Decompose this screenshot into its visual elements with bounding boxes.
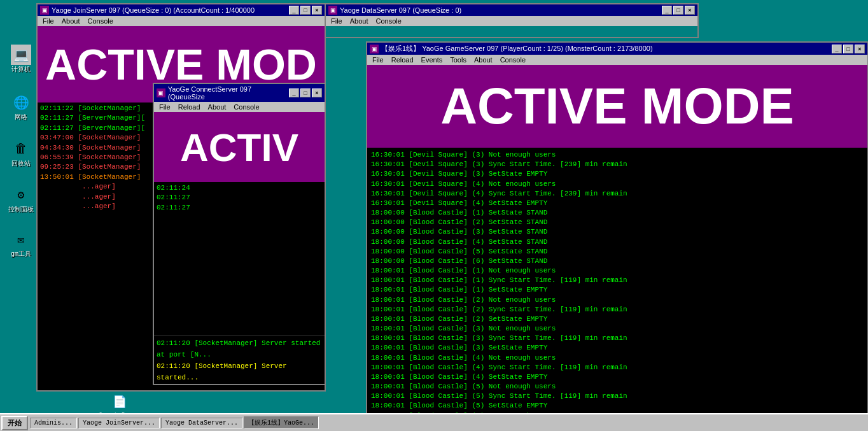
connectserver-controls[interactable]: _ □ ×: [289, 88, 322, 97]
gameserver-controls[interactable]: _ □ ×: [832, 45, 865, 53]
connectserver-minimize[interactable]: _: [289, 88, 299, 97]
log-line: 18:00:01 [Blood Castle] (1) Not enough u…: [371, 266, 864, 276]
log-line: 18:00:01 [Blood Castle] (5) Not enough u…: [371, 382, 864, 392]
log-line: 18:00:01 [Blood Castle] (3) SetState EMP…: [371, 343, 864, 353]
gameserver-log-lines: 16:30:01 [Devil Square] (3) Not enough u…: [371, 150, 864, 431]
log-line: 16:30:01 [Devil Square] (3) Not enough u…: [371, 150, 864, 160]
gameserver-menu-about[interactable]: About: [470, 55, 496, 64]
connectserver-active-banner: ACTIV: [154, 112, 325, 182]
connectserver-title: YaoGe ConnectServer 097 (QueueSize: [168, 85, 289, 101]
taskbar: 开始 Adminis... Yaoge JoinServer... Yaoge …: [0, 413, 868, 431]
log-line: 02:11:24: [157, 183, 322, 193]
gameserver-menu-console[interactable]: Console: [496, 55, 529, 64]
gameserver-maximize[interactable]: □: [843, 45, 853, 53]
taskbar-item-gameserver[interactable]: 【娱乐1线】YaoGe...: [244, 416, 319, 429]
gameserver-titlebar[interactable]: ▣ 【娱乐1线】 YaoGe GameServer 097 (PlayerCou…: [367, 43, 867, 55]
start-button[interactable]: 开始: [1, 416, 28, 430]
connectserver-menu-reload[interactable]: Reload: [174, 102, 204, 111]
gameserver-window: ▣ 【娱乐1线】 YaoGe GameServer 097 (PlayerCou…: [366, 41, 868, 431]
log-line: 18:00:00 [Blood Castle] (6) SetState STA…: [371, 257, 864, 266]
log-line: 18:00:01 [Blood Castle] (1) Sync Start T…: [371, 276, 864, 285]
joinserver-controls[interactable]: _ □ ×: [289, 6, 322, 15]
dataserver-menubar: File About Console: [326, 16, 697, 26]
log-line: 18:00:01 [Blood Castle] (4) Not enough u…: [371, 353, 864, 363]
joinserver-menu-about[interactable]: About: [58, 17, 84, 25]
dataserver-menu-about[interactable]: About: [346, 17, 372, 25]
log-line: 16:30:01 [Devil Square] (3) SetState EMP…: [371, 169, 864, 179]
gameserver-menu-reload[interactable]: Reload: [388, 55, 417, 64]
connectserver-close[interactable]: ×: [312, 88, 322, 97]
log-line: 18:00:00 [Blood Castle] (2) SetState STA…: [371, 218, 864, 227]
taskbar-item-joinserver[interactable]: Yaoge JoinServer...: [78, 418, 160, 428]
log-line: 18:00:01 [Blood Castle] (3) Sync Start T…: [371, 334, 864, 343]
dataserver-close[interactable]: ×: [685, 6, 695, 15]
connectserver-bottom-log: 02:11:20 [SocketManager] Server started …: [157, 339, 320, 358]
dataserver-maximize[interactable]: □: [673, 6, 683, 15]
joinserver-active-text: ACTIVE MOD: [45, 39, 317, 89]
joinserver-titlebar[interactable]: ▣ Yaoge JoinServer 097 (QueueSize : 0) (…: [38, 4, 325, 16]
icon-control-panel[interactable]: ⚙ 控制面板: [3, 185, 39, 214]
log-line: 18:00:01 [Blood Castle] (2) SetState EMP…: [371, 314, 864, 324]
dataserver-titlebar[interactable]: ▣ Yaoge DataServer 097 (QueueSize : 0) _…: [326, 4, 697, 16]
dataserver-window: ▣ Yaoge DataServer 097 (QueueSize : 0) _…: [325, 3, 699, 38]
log-line: 18:00:01 [Blood Castle] (2) Not enough u…: [371, 295, 864, 305]
connectserver-active-text: ACTIV: [180, 125, 298, 170]
joinserver-icon: ▣: [40, 6, 49, 15]
connectserver-menu-about[interactable]: About: [204, 102, 230, 111]
log-line: 16:30:01 [Devil Square] (4) Sync Start T…: [371, 189, 864, 199]
connectserver-icon: ▣: [157, 88, 165, 97]
gameserver-active-text: ACTIVE MODE: [440, 77, 794, 136]
log-line: 18:00:01 [Blood Castle] (2) Sync Start T…: [371, 305, 864, 314]
joinserver-maximize[interactable]: □: [300, 6, 311, 15]
log-line: 16:30:01 [Devil Square] (4) SetState EMP…: [371, 199, 864, 208]
joinserver-close[interactable]: ×: [312, 6, 322, 15]
log-line: 18:00:01 [Blood Castle] (5) SetState EMP…: [371, 401, 864, 411]
dataserver-menu-file[interactable]: File: [327, 17, 346, 25]
gameserver-icon: ▣: [370, 45, 379, 53]
log-line: 18:00:01 [Blood Castle] (3) Not enough u…: [371, 324, 864, 334]
connectserver-log-lines: 02:11:24 02:11:27 02:11:27: [157, 183, 322, 213]
dataserver-minimize[interactable]: _: [662, 6, 672, 15]
joinserver-minimize[interactable]: _: [289, 6, 299, 15]
gameserver-menu-file[interactable]: File: [368, 55, 388, 64]
gameserver-active-banner: ACTIVE MODE: [367, 65, 867, 148]
icon-recycle[interactable]: 🗑 回收站: [3, 139, 39, 168]
connectserver-titlebar[interactable]: ▣ YaoGe ConnectServer 097 (QueueSize _ □…: [154, 84, 325, 102]
gameserver-log: 16:30:01 [Devil Square] (3) Not enough u…: [367, 148, 867, 431]
joinserver-title: Yaoge JoinServer 097 (QueueSize : 0) (Ac…: [52, 6, 255, 14]
gameserver-menu-events[interactable]: Events: [417, 55, 447, 64]
icon-email[interactable]: ✉ gm工具: [3, 229, 39, 258]
connectserver-menu-console[interactable]: Console: [230, 102, 263, 111]
log-line: 18:00:01 [Blood Castle] (1) SetState EMP…: [371, 285, 864, 295]
joinserver-menu-console[interactable]: Console: [83, 17, 116, 25]
dataserver-icon: ▣: [328, 6, 337, 15]
taskbar-item-dataserver[interactable]: Yaoge DataServer...: [161, 418, 242, 428]
log-line: 16:30:01 [Devil Square] (4) Not enough u…: [371, 180, 864, 189]
gameserver-menubar: File Reload Events Tools About Console: [367, 55, 867, 65]
log-line: 18:00:01 [Blood Castle] (5) Sync Start T…: [371, 392, 864, 401]
log-line: 18:00:01 [Blood Castle] (4) SetState EMP…: [371, 372, 864, 382]
log-line: 16:30:01 [Devil Square] (3) Sync Start T…: [371, 160, 864, 169]
log-line: 18:00:01 [Blood Castle] (4) Sync Start T…: [371, 363, 864, 372]
dataserver-menu-console[interactable]: Console: [372, 17, 405, 25]
gameserver-title: 【娱乐1线】 YaoGe GameServer 097 (PlayerCount…: [381, 44, 653, 53]
icon-computer[interactable]: 💻 计算机: [3, 45, 39, 74]
connectserver-menubar: File Reload About Console: [154, 102, 325, 112]
gameserver-minimize[interactable]: _: [832, 45, 842, 53]
dataserver-title: Yaoge DataServer 097 (QueueSize : 0): [340, 6, 461, 14]
gameserver-close[interactable]: ×: [855, 45, 865, 53]
connectserver-maximize[interactable]: □: [300, 88, 311, 97]
taskbar-item-admin[interactable]: Adminis...: [30, 418, 77, 428]
log-line: 18:00:00 [Blood Castle] (1) SetState STA…: [371, 208, 864, 218]
log-line: 02:11:27: [157, 193, 322, 202]
log-line: 02:11:27: [157, 203, 322, 213]
connectserver-menu-file[interactable]: File: [155, 102, 174, 111]
connectserver-status: 02:11:20 [SocketManager] Server started …: [154, 335, 325, 384]
connectserver-bottom-log2: 02:11:20 [SocketManager] Server started.…: [157, 362, 287, 381]
gameserver-menu-tools[interactable]: Tools: [446, 55, 470, 64]
dataserver-controls[interactable]: _ □ ×: [662, 6, 695, 15]
connectserver-window: ▣ YaoGe ConnectServer 097 (QueueSize _ □…: [153, 83, 326, 385]
log-line: 18:00:00 [Blood Castle] (5) SetState STA…: [371, 247, 864, 257]
joinserver-menu-file[interactable]: File: [39, 17, 58, 25]
icon-network[interactable]: 🌐 网络: [3, 92, 39, 122]
